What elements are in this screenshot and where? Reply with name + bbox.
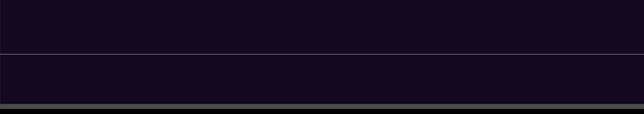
channel-separator: [0, 54, 644, 55]
time-ruler[interactable]: [0, 104, 644, 109]
spectrogram-viewer-window: [0, 0, 644, 114]
spectrogram-canvas[interactable]: [0, 0, 644, 104]
frequency-axis[interactable]: [0, 0, 0, 109]
label-track[interactable]: [0, 109, 644, 114]
